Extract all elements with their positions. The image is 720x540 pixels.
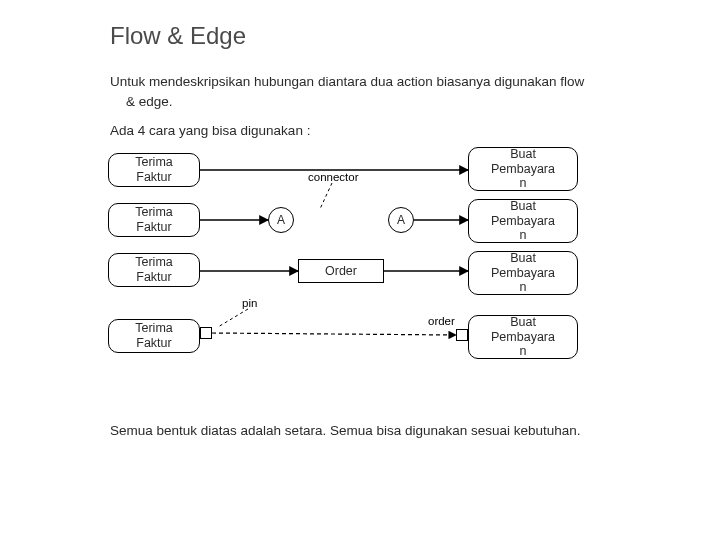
pin-in-box [456, 329, 468, 341]
footer-text: Semua bentuk diatas adalah setara. Semua… [110, 423, 692, 438]
intro-paragraph: Untuk mendeskripsikan hubungan diantara … [110, 72, 692, 111]
activity-terima-faktur-4: TerimaFaktur [108, 319, 200, 353]
slide: Flow & Edge Untuk mendeskripsikan hubung… [0, 0, 720, 540]
order-param-label: order [428, 315, 455, 327]
svg-line-6 [218, 309, 248, 327]
pin-out-box [200, 327, 212, 339]
svg-line-7 [212, 333, 456, 335]
svg-line-5 [320, 183, 332, 209]
pin-label: pin [242, 297, 257, 309]
connector-label: connector [308, 171, 359, 183]
activity-buat-pembayaran-2: BuatPembayaran [468, 199, 578, 243]
connector-circle-a2: A [388, 207, 414, 233]
intro-text-2: & edge. [110, 92, 662, 112]
activity-buat-pembayaran-1: BuatPembayaran [468, 147, 578, 191]
connector-circle-a1: A [268, 207, 294, 233]
activity-terima-faktur-3: TerimaFaktur [108, 253, 200, 287]
slide-title: Flow & Edge [110, 22, 692, 50]
intro-text-1: Untuk mendeskripsikan hubungan diantara … [110, 74, 584, 89]
activity-terima-faktur-2: TerimaFaktur [108, 203, 200, 237]
flow-diagram: TerimaFaktur BuatPembayaran connector Te… [108, 151, 668, 391]
activity-buat-pembayaran-3: BuatPembayaran [468, 251, 578, 295]
activity-buat-pembayaran-4: BuatPembayaran [468, 315, 578, 359]
intro-paragraph-2: Ada 4 cara yang bisa digunakan : [110, 121, 692, 141]
object-order-box: Order [298, 259, 384, 283]
activity-terima-faktur-1: TerimaFaktur [108, 153, 200, 187]
